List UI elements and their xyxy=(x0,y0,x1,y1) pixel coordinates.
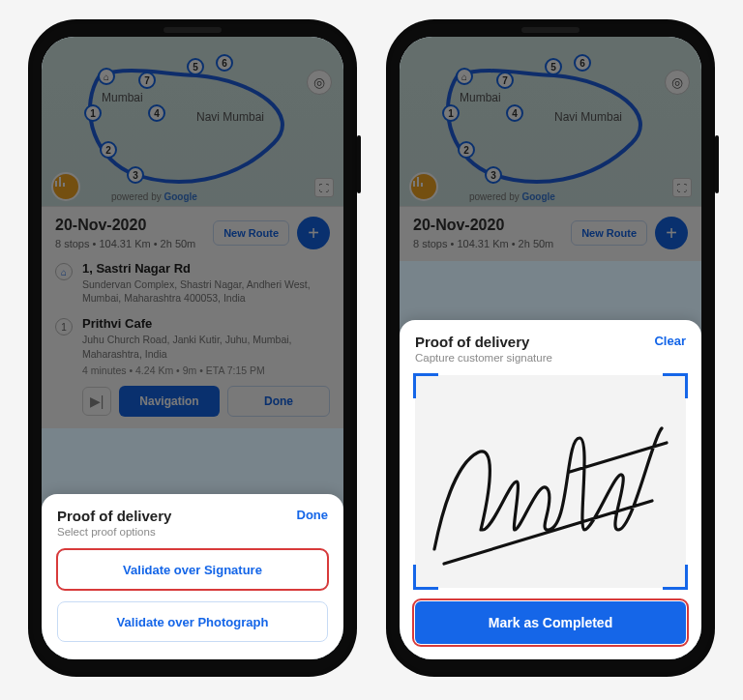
sheet-title: Proof of delivery xyxy=(415,334,552,350)
sheet-done-button[interactable]: Done xyxy=(297,508,329,522)
sheet-title: Proof of delivery xyxy=(57,508,171,524)
validate-signature-button[interactable]: Validate over Signature xyxy=(57,549,328,590)
validate-photograph-button[interactable]: Validate over Photograph xyxy=(57,601,328,642)
signature-stroke xyxy=(425,385,676,578)
screen-left: ⌂ 5 6 7 1 2 3 4 Mumbai Navi Mumbai ◎ ⛶ xyxy=(42,37,343,659)
signature-pad[interactable] xyxy=(415,375,686,588)
clear-button[interactable]: Clear xyxy=(654,334,686,348)
phone-right: ⌂ 5 6 7 1 2 3 4 Mumbai Navi Mumbai ◎ ⛶ xyxy=(386,19,715,677)
mark-completed-button[interactable]: Mark as Completed xyxy=(415,601,686,644)
phone-speaker xyxy=(163,27,222,33)
sheet-subtitle: Capture customer signature xyxy=(415,352,552,364)
phone-left: ⌂ 5 6 7 1 2 3 4 Mumbai Navi Mumbai ◎ ⛶ xyxy=(28,19,357,677)
screen-right: ⌂ 5 6 7 1 2 3 4 Mumbai Navi Mumbai ◎ ⛶ xyxy=(400,37,701,659)
sheet-subtitle: Select proof options xyxy=(57,526,171,538)
signature-sheet: Proof of delivery Capture customer signa… xyxy=(400,320,701,659)
proof-sheet: Proof of delivery Select proof options D… xyxy=(42,494,343,659)
phone-speaker xyxy=(521,27,580,33)
